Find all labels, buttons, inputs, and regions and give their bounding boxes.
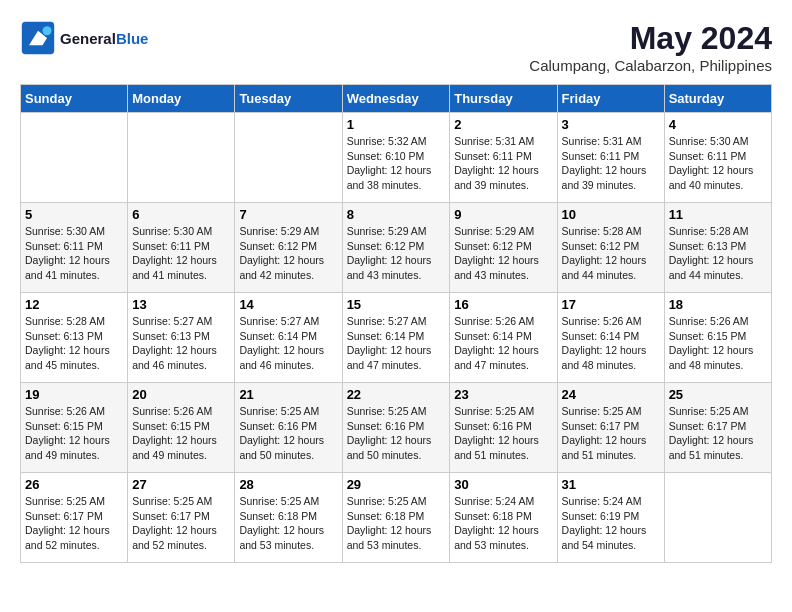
calendar-cell: 18Sunrise: 5:26 AMSunset: 6:15 PMDayligh… [664, 293, 771, 383]
day-number: 1 [347, 117, 446, 132]
calendar-cell [664, 473, 771, 563]
day-number: 30 [454, 477, 552, 492]
day-number: 8 [347, 207, 446, 222]
day-info: Sunrise: 5:25 AMSunset: 6:17 PMDaylight:… [562, 404, 660, 463]
day-info: Sunrise: 5:26 AMSunset: 6:14 PMDaylight:… [454, 314, 552, 373]
calendar-cell: 22Sunrise: 5:25 AMSunset: 6:16 PMDayligh… [342, 383, 450, 473]
day-info: Sunrise: 5:28 AMSunset: 6:13 PMDaylight:… [669, 224, 767, 283]
header-thursday: Thursday [450, 85, 557, 113]
calendar-cell: 26Sunrise: 5:25 AMSunset: 6:17 PMDayligh… [21, 473, 128, 563]
calendar-cell: 8Sunrise: 5:29 AMSunset: 6:12 PMDaylight… [342, 203, 450, 293]
day-number: 13 [132, 297, 230, 312]
day-number: 26 [25, 477, 123, 492]
calendar-cell: 10Sunrise: 5:28 AMSunset: 6:12 PMDayligh… [557, 203, 664, 293]
day-info: Sunrise: 5:29 AMSunset: 6:12 PMDaylight:… [239, 224, 337, 283]
calendar-cell: 5Sunrise: 5:30 AMSunset: 6:11 PMDaylight… [21, 203, 128, 293]
calendar-cell: 17Sunrise: 5:26 AMSunset: 6:14 PMDayligh… [557, 293, 664, 383]
day-number: 11 [669, 207, 767, 222]
day-info: Sunrise: 5:32 AMSunset: 6:10 PMDaylight:… [347, 134, 446, 193]
calendar-week-5: 26Sunrise: 5:25 AMSunset: 6:17 PMDayligh… [21, 473, 772, 563]
day-number: 12 [25, 297, 123, 312]
day-info: Sunrise: 5:27 AMSunset: 6:14 PMDaylight:… [347, 314, 446, 373]
day-number: 9 [454, 207, 552, 222]
day-info: Sunrise: 5:25 AMSunset: 6:16 PMDaylight:… [454, 404, 552, 463]
day-number: 15 [347, 297, 446, 312]
title-section: May 2024 Calumpang, Calabarzon, Philippi… [529, 20, 772, 74]
calendar-cell: 7Sunrise: 5:29 AMSunset: 6:12 PMDaylight… [235, 203, 342, 293]
day-info: Sunrise: 5:25 AMSunset: 6:17 PMDaylight:… [669, 404, 767, 463]
calendar-cell: 24Sunrise: 5:25 AMSunset: 6:17 PMDayligh… [557, 383, 664, 473]
day-number: 25 [669, 387, 767, 402]
day-info: Sunrise: 5:30 AMSunset: 6:11 PMDaylight:… [669, 134, 767, 193]
calendar-week-2: 5Sunrise: 5:30 AMSunset: 6:11 PMDaylight… [21, 203, 772, 293]
header-friday: Friday [557, 85, 664, 113]
calendar-cell: 9Sunrise: 5:29 AMSunset: 6:12 PMDaylight… [450, 203, 557, 293]
calendar-body: 1Sunrise: 5:32 AMSunset: 6:10 PMDaylight… [21, 113, 772, 563]
day-info: Sunrise: 5:27 AMSunset: 6:13 PMDaylight:… [132, 314, 230, 373]
calendar-cell: 29Sunrise: 5:25 AMSunset: 6:18 PMDayligh… [342, 473, 450, 563]
logo-icon [20, 20, 56, 56]
calendar-cell: 27Sunrise: 5:25 AMSunset: 6:17 PMDayligh… [128, 473, 235, 563]
day-info: Sunrise: 5:30 AMSunset: 6:11 PMDaylight:… [132, 224, 230, 283]
calendar-cell: 2Sunrise: 5:31 AMSunset: 6:11 PMDaylight… [450, 113, 557, 203]
header-row: Sunday Monday Tuesday Wednesday Thursday… [21, 85, 772, 113]
day-info: Sunrise: 5:31 AMSunset: 6:11 PMDaylight:… [454, 134, 552, 193]
day-number: 3 [562, 117, 660, 132]
calendar-cell: 30Sunrise: 5:24 AMSunset: 6:18 PMDayligh… [450, 473, 557, 563]
day-number: 18 [669, 297, 767, 312]
calendar-cell: 31Sunrise: 5:24 AMSunset: 6:19 PMDayligh… [557, 473, 664, 563]
day-number: 2 [454, 117, 552, 132]
calendar-cell: 21Sunrise: 5:25 AMSunset: 6:16 PMDayligh… [235, 383, 342, 473]
calendar-cell: 15Sunrise: 5:27 AMSunset: 6:14 PMDayligh… [342, 293, 450, 383]
day-number: 14 [239, 297, 337, 312]
calendar-week-1: 1Sunrise: 5:32 AMSunset: 6:10 PMDaylight… [21, 113, 772, 203]
calendar-cell: 11Sunrise: 5:28 AMSunset: 6:13 PMDayligh… [664, 203, 771, 293]
day-number: 6 [132, 207, 230, 222]
day-info: Sunrise: 5:28 AMSunset: 6:12 PMDaylight:… [562, 224, 660, 283]
header-tuesday: Tuesday [235, 85, 342, 113]
calendar-cell: 3Sunrise: 5:31 AMSunset: 6:11 PMDaylight… [557, 113, 664, 203]
day-number: 7 [239, 207, 337, 222]
calendar-cell: 19Sunrise: 5:26 AMSunset: 6:15 PMDayligh… [21, 383, 128, 473]
calendar-cell: 1Sunrise: 5:32 AMSunset: 6:10 PMDaylight… [342, 113, 450, 203]
day-number: 22 [347, 387, 446, 402]
day-info: Sunrise: 5:25 AMSunset: 6:16 PMDaylight:… [239, 404, 337, 463]
day-number: 17 [562, 297, 660, 312]
page-header: GeneralBlue May 2024 Calumpang, Calabarz… [20, 20, 772, 74]
header-sunday: Sunday [21, 85, 128, 113]
day-number: 27 [132, 477, 230, 492]
day-info: Sunrise: 5:27 AMSunset: 6:14 PMDaylight:… [239, 314, 337, 373]
day-number: 29 [347, 477, 446, 492]
calendar-cell: 25Sunrise: 5:25 AMSunset: 6:17 PMDayligh… [664, 383, 771, 473]
day-number: 4 [669, 117, 767, 132]
day-info: Sunrise: 5:26 AMSunset: 6:15 PMDaylight:… [25, 404, 123, 463]
day-info: Sunrise: 5:24 AMSunset: 6:19 PMDaylight:… [562, 494, 660, 553]
day-number: 20 [132, 387, 230, 402]
logo: GeneralBlue [20, 20, 148, 56]
header-saturday: Saturday [664, 85, 771, 113]
day-info: Sunrise: 5:26 AMSunset: 6:15 PMDaylight:… [132, 404, 230, 463]
day-info: Sunrise: 5:26 AMSunset: 6:14 PMDaylight:… [562, 314, 660, 373]
calendar-table: Sunday Monday Tuesday Wednesday Thursday… [20, 84, 772, 563]
day-number: 5 [25, 207, 123, 222]
day-number: 16 [454, 297, 552, 312]
day-info: Sunrise: 5:29 AMSunset: 6:12 PMDaylight:… [347, 224, 446, 283]
day-info: Sunrise: 5:28 AMSunset: 6:13 PMDaylight:… [25, 314, 123, 373]
calendar-cell: 4Sunrise: 5:30 AMSunset: 6:11 PMDaylight… [664, 113, 771, 203]
calendar-cell: 13Sunrise: 5:27 AMSunset: 6:13 PMDayligh… [128, 293, 235, 383]
calendar-cell [21, 113, 128, 203]
calendar-cell: 14Sunrise: 5:27 AMSunset: 6:14 PMDayligh… [235, 293, 342, 383]
logo-text: GeneralBlue [60, 30, 148, 47]
calendar-header: Sunday Monday Tuesday Wednesday Thursday… [21, 85, 772, 113]
day-info: Sunrise: 5:25 AMSunset: 6:17 PMDaylight:… [25, 494, 123, 553]
day-number: 31 [562, 477, 660, 492]
calendar-cell: 23Sunrise: 5:25 AMSunset: 6:16 PMDayligh… [450, 383, 557, 473]
day-number: 24 [562, 387, 660, 402]
day-info: Sunrise: 5:31 AMSunset: 6:11 PMDaylight:… [562, 134, 660, 193]
calendar-cell: 28Sunrise: 5:25 AMSunset: 6:18 PMDayligh… [235, 473, 342, 563]
calendar-cell: 6Sunrise: 5:30 AMSunset: 6:11 PMDaylight… [128, 203, 235, 293]
day-info: Sunrise: 5:26 AMSunset: 6:15 PMDaylight:… [669, 314, 767, 373]
day-number: 10 [562, 207, 660, 222]
day-number: 21 [239, 387, 337, 402]
day-info: Sunrise: 5:29 AMSunset: 6:12 PMDaylight:… [454, 224, 552, 283]
